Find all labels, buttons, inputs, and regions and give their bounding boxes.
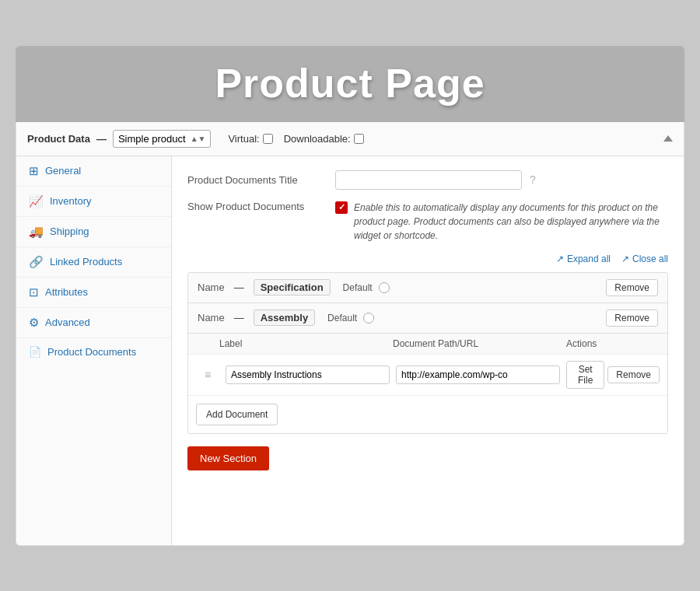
assembly-instructions-label-input[interactable] — [226, 365, 390, 384]
sidebar-item-linked-products[interactable]: 🔗 Linked Products — [16, 247, 171, 278]
virtual-checkbox[interactable] — [263, 134, 273, 144]
spec-name-label: Name — [198, 282, 225, 293]
attributes-icon: ⊡ — [29, 285, 39, 299]
sidebar-item-product-documents[interactable]: 📄 Product Documents — [16, 338, 171, 365]
sidebar-item-attributes-label: Attributes — [45, 286, 88, 298]
assembly-name-label: Name — [198, 312, 225, 323]
assembly-default-label: Default — [327, 313, 357, 323]
product-data-header: Product Data — Simple product ▲▼ Virtual… — [16, 122, 684, 156]
expand-icon: ↗ — [556, 254, 564, 264]
sidebar-item-advanced-label: Advanced — [45, 316, 90, 328]
show-product-documents-label: Show Product Documents — [187, 201, 327, 212]
sidebar-item-inventory-label: Inventory — [50, 195, 91, 207]
inventory-icon: 📈 — [29, 194, 44, 208]
sidebar-item-attributes[interactable]: ⊡ Attributes — [16, 278, 171, 308]
content-area: ⊞ General 📈 Inventory 🚚 Shipping 🔗 Linke… — [16, 156, 684, 545]
sidebar-item-inventory[interactable]: 📈 Inventory — [16, 187, 171, 217]
sidebar-item-advanced[interactable]: ⚙ Advanced — [16, 308, 171, 338]
close-all-label: Close all — [632, 254, 668, 264]
new-section-button[interactable]: New Section — [187, 446, 269, 470]
specification-remove-button[interactable]: Remove — [606, 279, 658, 296]
assembly-default-radio[interactable] — [363, 313, 374, 323]
sidebar: ⊞ General 📈 Inventory 🚚 Shipping 🔗 Linke… — [16, 156, 172, 545]
general-icon: ⊞ — [29, 164, 39, 178]
col-drag-header — [196, 338, 219, 349]
close-icon: ↗ — [621, 254, 629, 264]
sidebar-item-shipping[interactable]: 🚚 Shipping — [16, 217, 171, 247]
col-url-header: Document Path/URL — [393, 338, 566, 349]
add-document-container: Add Document — [188, 396, 667, 433]
doc-actions: Set File Remove — [566, 361, 660, 389]
col-label-header: Label — [219, 338, 393, 349]
product-documents-title-input[interactable] — [335, 170, 522, 190]
product-type-value: Simple product — [118, 133, 186, 145]
show-product-documents-row: Show Product Documents Enable this to au… — [187, 201, 668, 243]
assembly-section: Name — Assembly Default Remove Label Doc… — [188, 303, 667, 433]
assembly-instructions-url-input[interactable] — [396, 365, 560, 384]
col-actions-header: Actions — [566, 338, 660, 349]
expand-all-button[interactable]: ↗ Expand all — [556, 254, 611, 264]
advanced-icon: ⚙ — [29, 316, 39, 330]
linked-products-icon: 🔗 — [29, 255, 44, 269]
page-title-bar: Product Page — [16, 46, 684, 122]
sidebar-item-general[interactable]: ⊞ General — [16, 156, 171, 187]
spec-default-radio[interactable] — [379, 282, 390, 293]
expand-all-label: Expand all — [567, 254, 611, 264]
assembly-section-header: Name — Assembly Default Remove — [188, 303, 667, 334]
sidebar-item-general-label: General — [45, 165, 81, 177]
main-panel: Product Data — Simple product ▲▼ Virtual… — [16, 122, 684, 546]
show-docs-description: Enable this to automatically display any… — [354, 201, 668, 243]
product-docs-icon: 📄 — [29, 346, 41, 358]
page-wrapper: Product Page Product Data — Simple produ… — [16, 46, 684, 546]
set-file-button[interactable]: Set File — [566, 361, 604, 389]
assembly-name-value[interactable]: Assembly — [254, 309, 315, 326]
product-type-select[interactable]: Simple product ▲▼ — [113, 130, 212, 148]
shipping-icon: 🚚 — [29, 225, 44, 239]
product-documents-title-label: Product Documents Title — [187, 174, 327, 186]
sections-container: Name — Specification Default Remove Name… — [187, 272, 668, 434]
virtual-downloadable-row: Virtual: Downloadable: — [228, 133, 363, 145]
new-section-label: New Section — [200, 453, 257, 464]
main-content: Product Documents Title ? Show Product D… — [172, 156, 684, 545]
add-document-button[interactable]: Add Document — [196, 404, 278, 425]
doc-table-header: Label Document Path/URL Actions — [188, 334, 667, 355]
table-row: ≡ Set File Remove — [188, 355, 667, 396]
virtual-label: Virtual: — [228, 133, 272, 145]
assembly-remove-button[interactable]: Remove — [606, 309, 658, 327]
downloadable-checkbox[interactable] — [354, 134, 364, 144]
specification-name-value[interactable]: Specification — [254, 279, 331, 296]
sidebar-item-linked-products-label: Linked Products — [50, 256, 122, 268]
assembly-name-dash: — — [234, 312, 244, 323]
help-icon[interactable]: ? — [530, 173, 536, 186]
close-all-button[interactable]: ↗ Close all — [621, 254, 668, 264]
expand-close-row: ↗ Expand all ↗ Close all — [187, 254, 668, 264]
sidebar-item-shipping-label: Shipping — [50, 226, 89, 237]
sidebar-item-product-documents-label: Product Documents — [47, 346, 136, 358]
product-documents-title-row: Product Documents Title ? — [187, 170, 668, 190]
specification-section-header: Name — Specification Default Remove — [188, 273, 667, 303]
show-docs-content: Enable this to automatically display any… — [335, 201, 668, 243]
drag-handle-icon[interactable]: ≡ — [196, 369, 219, 381]
spec-name-dash: — — [234, 282, 244, 293]
collapse-icon[interactable] — [663, 135, 673, 142]
show-product-documents-checkbox[interactable] — [335, 201, 348, 214]
spec-default-label: Default — [343, 282, 373, 293]
page-title: Product Page — [16, 60, 684, 107]
downloadable-label: Downloadable: — [284, 133, 364, 145]
product-data-dash: — — [96, 133, 107, 145]
doc-remove-button[interactable]: Remove — [607, 366, 660, 383]
select-arrow-icon: ▲▼ — [191, 135, 206, 143]
product-data-label: Product Data — [27, 133, 90, 145]
